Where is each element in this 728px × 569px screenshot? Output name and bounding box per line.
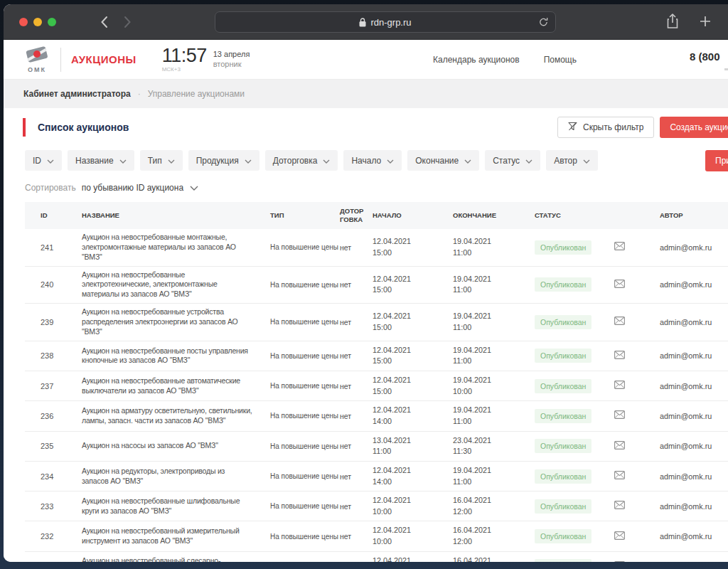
auction-author: admin@omk.ru bbox=[639, 229, 728, 266]
auction-retrade: нет bbox=[334, 229, 368, 266]
mail-icon[interactable] bbox=[613, 530, 626, 543]
filter-chip[interactable]: Доторговка bbox=[265, 150, 338, 171]
share-icon[interactable] bbox=[666, 14, 679, 31]
table-row[interactable]: 231 Аукцион на невостребованный слесарно… bbox=[25, 551, 728, 562]
brand-title: АУКЦИОНЫ bbox=[71, 53, 136, 65]
create-auction-button[interactable]: Создать аукцион bbox=[660, 117, 728, 138]
minimize-window-button[interactable] bbox=[33, 18, 42, 26]
chevron-down-icon bbox=[168, 156, 175, 166]
table-row[interactable]: 241 Аукцион на невостребованные монтажны… bbox=[25, 229, 728, 266]
row-action-icon-cut[interactable] bbox=[700, 533, 706, 540]
filter-chip[interactable]: Окончание bbox=[407, 150, 479, 171]
mail-icon[interactable] bbox=[613, 440, 626, 453]
mail-icon[interactable] bbox=[613, 349, 626, 363]
filter-chip[interactable]: Начало bbox=[343, 150, 402, 171]
auction-retrade: нет bbox=[334, 266, 368, 304]
table-row[interactable]: 233 Аукцион на невостребованные шлифовал… bbox=[25, 491, 728, 521]
column-header-name: НАЗВАНИЕ bbox=[68, 202, 263, 229]
apply-filter-button[interactable]: Применить bbox=[705, 150, 728, 171]
traffic-lights bbox=[19, 18, 56, 26]
auction-name: Аукцион на невостребованные автоматическ… bbox=[68, 371, 263, 401]
table-row[interactable]: 238 Аукцион на невостребованные посты уп… bbox=[25, 341, 728, 371]
auction-status: Опубликован bbox=[529, 371, 600, 401]
chevron-down-icon bbox=[190, 183, 198, 193]
clock-time: 11:57 bbox=[162, 46, 207, 65]
row-action-icon-cut[interactable] bbox=[700, 281, 706, 288]
auction-mail-cell bbox=[600, 431, 639, 461]
back-icon[interactable] bbox=[100, 16, 108, 28]
auction-type: На повышение цены bbox=[263, 431, 334, 461]
status-badge: Опубликован bbox=[535, 315, 592, 329]
auction-start: 12.04.2021 15:00 bbox=[368, 266, 449, 304]
row-action-icon-cut[interactable] bbox=[700, 319, 706, 326]
breadcrumb: Кабинет администратора · Управление аукц… bbox=[4, 80, 728, 108]
filter-chip[interactable]: Название bbox=[68, 150, 134, 171]
status-badge: Опубликован bbox=[535, 349, 592, 363]
row-action-icon-cut[interactable] bbox=[700, 244, 706, 251]
breadcrumb-auction-management: Управление аукционами bbox=[148, 89, 245, 99]
mail-icon[interactable] bbox=[613, 409, 626, 422]
auction-status: Опубликован bbox=[529, 521, 600, 551]
mail-icon[interactable] bbox=[613, 469, 626, 483]
filter-off-icon bbox=[568, 122, 577, 133]
row-action-icon-cut[interactable] bbox=[700, 413, 706, 420]
mail-icon[interactable] bbox=[613, 315, 626, 329]
reload-icon[interactable] bbox=[538, 16, 549, 30]
auction-start: 12.04.2021 15:00 bbox=[368, 304, 449, 341]
row-action-icon-cut[interactable] bbox=[700, 503, 706, 510]
auction-start: 12.04.2021 10:00 bbox=[368, 491, 449, 521]
auction-type: На повышение цены bbox=[263, 491, 334, 521]
omk-logo-text: ОМК bbox=[28, 67, 46, 73]
sort-select[interactable]: по убыванию ID аукциона bbox=[82, 183, 198, 193]
table-row[interactable]: 240 Аукцион на невостребованные электрот… bbox=[25, 266, 728, 304]
row-action-icon-cut[interactable] bbox=[700, 383, 706, 390]
column-header-status: СТАТУС bbox=[529, 202, 600, 229]
title-accent-bar bbox=[23, 118, 26, 137]
address-bar[interactable]: rdn-grp.ru bbox=[215, 11, 556, 33]
column-header-author: АВТОР bbox=[639, 202, 728, 229]
mail-icon[interactable] bbox=[613, 240, 626, 254]
mail-icon[interactable] bbox=[613, 379, 626, 393]
auction-author: admin@omk.ru bbox=[639, 304, 728, 341]
table-row[interactable]: 237 Аукцион на невостребованные автомати… bbox=[25, 371, 728, 401]
mail-icon[interactable] bbox=[613, 499, 626, 513]
auction-id: 236 bbox=[25, 401, 68, 431]
filter-chip[interactable]: Тип bbox=[140, 150, 183, 171]
filter-chip[interactable]: Автор bbox=[546, 150, 598, 171]
row-action-icon-cut[interactable] bbox=[700, 442, 706, 450]
row-action-icon-cut[interactable] bbox=[700, 473, 706, 480]
status-badge: Опубликован bbox=[535, 409, 592, 423]
sort-label: Сортировать bbox=[25, 183, 76, 193]
auction-end: 23.04.2021 11:30 bbox=[449, 431, 529, 461]
close-window-button[interactable] bbox=[19, 18, 28, 26]
table-row[interactable]: 239 Аукцион на невостребованные устройст… bbox=[25, 304, 728, 341]
auction-name: Аукцион на невостребованный измерительны… bbox=[68, 521, 263, 551]
mail-icon[interactable] bbox=[613, 278, 626, 292]
table-row[interactable]: 232 Аукцион на невостребованный измерите… bbox=[25, 521, 728, 551]
nav-help[interactable]: Помощь bbox=[544, 55, 577, 65]
auction-id: 240 bbox=[25, 266, 68, 304]
forward-icon[interactable] bbox=[124, 16, 132, 28]
breadcrumb-admin-cabinet[interactable]: Кабинет администратора bbox=[23, 89, 131, 99]
nav-auction-calendar[interactable]: Календарь аукционов bbox=[433, 55, 520, 65]
mail-icon[interactable] bbox=[613, 560, 626, 562]
table-row[interactable]: 235 Аукцион на насосы из запасов АО "ВМЗ… bbox=[25, 431, 728, 461]
filter-chip[interactable]: ID bbox=[25, 150, 62, 171]
row-action-icon-cut[interactable] bbox=[700, 352, 706, 359]
auction-mail-cell bbox=[600, 229, 639, 266]
filter-chip[interactable]: Статус bbox=[485, 150, 540, 171]
breadcrumb-separator: · bbox=[138, 89, 141, 99]
auction-retrade: нет bbox=[334, 304, 368, 341]
table-row[interactable]: 234 Аукцион на редукторы, электроприводы… bbox=[25, 461, 728, 491]
header-divider bbox=[60, 48, 61, 72]
url-text: rdn-grp.ru bbox=[370, 17, 411, 28]
auction-type: На повышение цены bbox=[263, 229, 334, 266]
filter-chip[interactable]: Продукция bbox=[188, 150, 259, 171]
omk-logo[interactable]: ОМК bbox=[23, 46, 50, 73]
table-row[interactable]: 236 Аукцион на арматуру осветительную, с… bbox=[25, 401, 728, 431]
hide-filter-button[interactable]: Скрыть фильтр bbox=[557, 117, 654, 138]
auction-mail-cell bbox=[600, 461, 639, 491]
auction-status: Опубликован bbox=[529, 491, 600, 521]
zoom-window-button[interactable] bbox=[48, 18, 56, 26]
new-tab-icon[interactable] bbox=[699, 14, 712, 31]
